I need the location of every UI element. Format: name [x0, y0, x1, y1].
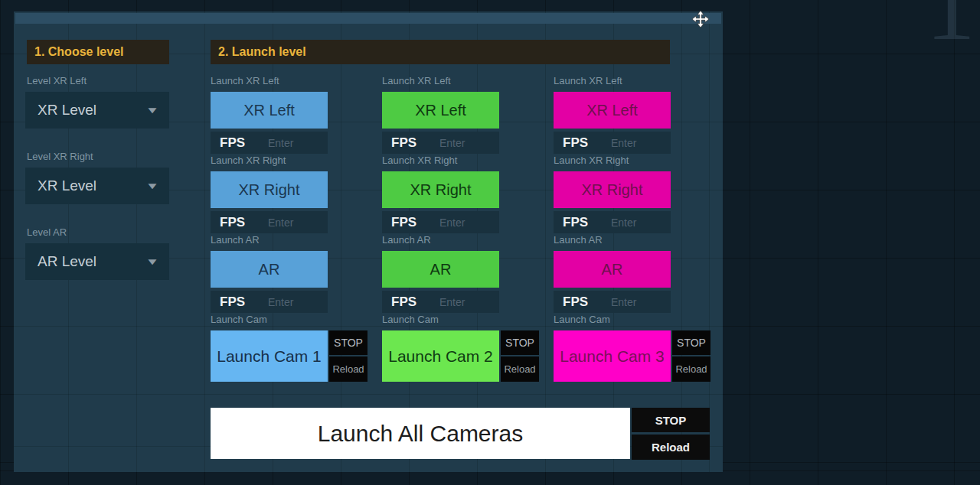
chevron-down-icon: ▼	[145, 256, 159, 267]
launch-ar-label: Launch AR	[211, 235, 328, 246]
chevron-down-icon: ▼	[145, 105, 159, 116]
launch-xr-right-label: Launch XR Right	[382, 155, 499, 166]
cam-row: Launch Cam 2 STOP Reload	[382, 330, 539, 382]
fps-row: FPS	[211, 211, 328, 233]
level-xr-right-dropdown[interactable]: XR Level ▼	[25, 168, 169, 204]
cam-controls: STOP Reload	[501, 330, 539, 382]
choose-level-column: Level XR Left XR Level ▼ Level XR Right …	[27, 76, 171, 280]
launch-all-controls: STOP Reload	[632, 408, 710, 460]
cam-controls: STOP Reload	[672, 330, 710, 382]
xr-left-button-cam3[interactable]: XR Left	[554, 92, 671, 129]
stop-cam-3-button[interactable]: STOP	[672, 330, 710, 355]
launch-xr-left-label: Launch XR Left	[211, 76, 328, 86]
launch-column-2: Launch XR Left XR Left FPS Launch XR Rig…	[382, 76, 499, 382]
fps-row: FPS	[554, 291, 671, 313]
launch-cam-3-button[interactable]: Launch Cam 3	[554, 330, 671, 382]
reload-all-button[interactable]: Reload	[632, 435, 710, 460]
launch-cam-2-button[interactable]: Launch Cam 2	[382, 330, 499, 382]
launch-ar-label: Launch AR	[554, 235, 671, 246]
launch-cam-1-button[interactable]: Launch Cam 1	[211, 330, 328, 382]
chevron-down-icon: ▼	[145, 181, 159, 191]
fps-label: FPS	[391, 135, 416, 151]
move-cursor-icon	[691, 10, 710, 28]
reload-cam-2-button[interactable]: Reload	[501, 356, 539, 382]
fps-row: FPS	[382, 132, 499, 154]
window-drag-bar[interactable]	[15, 13, 721, 24]
xr-right-button-cam1[interactable]: XR Right	[211, 171, 328, 208]
fps-label: FPS	[220, 135, 245, 151]
fps-input[interactable]	[611, 137, 660, 149]
level-xr-left-label: Level XR Left	[27, 76, 171, 86]
xr-left-button-cam2[interactable]: XR Left	[382, 92, 499, 129]
fps-input[interactable]	[439, 137, 488, 149]
fps-input[interactable]	[439, 296, 488, 308]
launch-level-header: 2. Launch level	[211, 40, 670, 64]
background-watermark-digit: 1	[926, 0, 975, 55]
launch-column-1: Launch XR Left XR Left FPS Launch XR Rig…	[211, 76, 328, 382]
fps-label: FPS	[563, 215, 588, 230]
xr-left-button-cam1[interactable]: XR Left	[211, 92, 328, 129]
ar-button-cam3[interactable]: AR	[554, 251, 671, 288]
launcher-panel: 1. Choose level 2. Launch level Level XR…	[14, 11, 723, 472]
fps-row: FPS	[382, 211, 499, 233]
fps-input[interactable]	[268, 216, 317, 229]
cam-row: Launch Cam 3 STOP Reload	[554, 330, 710, 382]
level-ar-value: AR Level	[38, 253, 96, 270]
level-ar-dropdown[interactable]: AR Level ▼	[25, 243, 169, 280]
launch-all-cameras-button[interactable]: Launch All Cameras	[211, 408, 630, 459]
launch-xr-right-label: Launch XR Right	[211, 155, 328, 166]
fps-row: FPS	[211, 132, 328, 154]
fps-input[interactable]	[611, 296, 660, 308]
stop-cam-2-button[interactable]: STOP	[501, 330, 539, 355]
fps-label: FPS	[391, 215, 416, 230]
fps-input[interactable]	[268, 296, 317, 308]
fps-row: FPS	[211, 291, 328, 313]
launch-xr-right-label: Launch XR Right	[554, 155, 671, 166]
fps-input[interactable]	[439, 216, 488, 229]
launch-cam-label: Launch Cam	[382, 314, 499, 325]
fps-row: FPS	[554, 132, 671, 154]
launch-xr-left-label: Launch XR Left	[554, 76, 671, 86]
stop-cam-1-button[interactable]: STOP	[329, 330, 368, 355]
choose-level-header: 1. Choose level	[27, 40, 169, 64]
launch-xr-left-label: Launch XR Left	[382, 76, 499, 86]
launch-cam-label: Launch Cam	[554, 314, 671, 325]
launch-column-3: Launch XR Left XR Left FPS Launch XR Rig…	[554, 76, 671, 382]
fps-row: FPS	[382, 291, 499, 313]
level-xr-left-value: XR Level	[38, 102, 96, 119]
stop-all-button[interactable]: STOP	[632, 408, 710, 432]
xr-right-button-cam3[interactable]: XR Right	[554, 171, 671, 208]
fps-label: FPS	[220, 295, 245, 310]
fps-label: FPS	[391, 295, 416, 310]
launch-cam-label: Launch Cam	[211, 314, 328, 325]
fps-label: FPS	[563, 135, 588, 151]
cam-controls: STOP Reload	[329, 330, 368, 382]
launch-ar-label: Launch AR	[382, 235, 499, 246]
level-xr-right-label: Level XR Right	[27, 151, 171, 162]
ar-button-cam1[interactable]: AR	[211, 251, 328, 288]
level-ar-label: Level AR	[27, 227, 171, 238]
ar-button-cam2[interactable]: AR	[382, 251, 499, 288]
level-xr-left-dropdown[interactable]: XR Level ▼	[25, 92, 169, 129]
fps-input[interactable]	[611, 216, 660, 229]
fps-label: FPS	[563, 295, 588, 310]
reload-cam-1-button[interactable]: Reload	[329, 356, 368, 382]
level-xr-right-value: XR Level	[38, 177, 96, 194]
fps-row: FPS	[554, 211, 671, 233]
fps-label: FPS	[220, 215, 245, 230]
xr-right-button-cam2[interactable]: XR Right	[382, 171, 499, 208]
fps-input[interactable]	[268, 137, 317, 149]
reload-cam-3-button[interactable]: Reload	[672, 356, 710, 382]
cam-row: Launch Cam 1 STOP Reload	[211, 330, 368, 382]
